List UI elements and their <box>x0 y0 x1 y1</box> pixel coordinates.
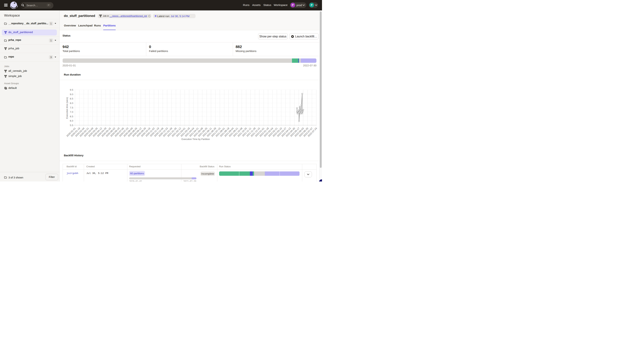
svg-text:8.0: 8.0 <box>70 102 73 104</box>
svg-text:7.0: 7.0 <box>70 111 73 113</box>
svg-text:6.5: 6.5 <box>70 115 73 118</box>
svg-text:Execution Time by Partition: Execution Time by Partition <box>182 138 210 140</box>
svg-text:Execution time (secs): Execution time (secs) <box>66 97 68 118</box>
svg-text:5.5: 5.5 <box>70 124 73 127</box>
svg-text:7.5: 7.5 <box>70 106 73 109</box>
svg-text:9.5: 9.5 <box>70 88 73 91</box>
svg-text:8.5: 8.5 <box>70 97 73 100</box>
svg-text:6.0: 6.0 <box>70 120 73 122</box>
svg-text:9.0: 9.0 <box>70 93 73 96</box>
